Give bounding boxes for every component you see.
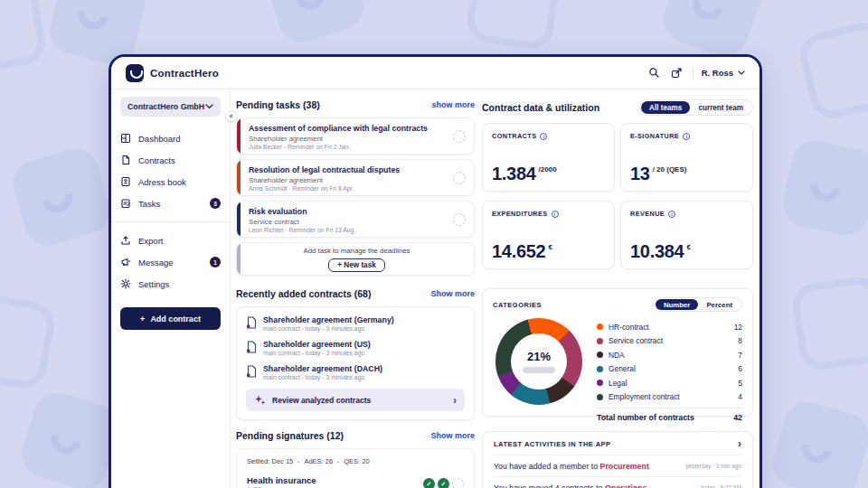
stat-suffix: € [548,243,552,251]
activity-row[interactable]: You have moved 4 contracts to Operations… [494,476,741,488]
top-bar: ContractHero R. Ross [111,57,760,89]
pending-tasks-header: Pending tasks (38) show more [236,99,475,110]
legend-row[interactable]: General 6 [597,362,742,377]
chevron-right-icon[interactable]: › [738,439,741,448]
sidebar-item-label: Settings [138,279,221,289]
recent-contract-title: Shareholder agreement (US) [263,340,371,349]
latest-activities-title: LATEST ACTIVITIES IN THE APP [494,440,611,448]
tasks-icon [120,198,131,209]
share-icon[interactable] [670,66,684,80]
recent-contract-item[interactable]: Shareholder agreement (DACH) main contra… [246,364,465,380]
pending-signatures-show-more-link[interactable]: Show more [430,431,475,440]
categories-legend: HR-contract 12 Service contract 8 NDA 7 [582,318,742,422]
legend-dot [597,366,603,372]
toggle-all-teams[interactable]: All teams [641,101,690,114]
legend-dot [597,352,603,358]
recent-contract-item[interactable]: Shareholder agreement (Germany) main con… [246,315,465,332]
sidebar-collapse-button[interactable]: « [225,110,237,122]
legend-row[interactable]: Service contract 8 [597,334,742,349]
megaphone-icon [120,257,131,267]
task-card[interactable]: Resolution of legal contractual disputes… [236,159,475,196]
activity-text: You have added a member to Procurement [494,462,679,471]
recent-contract-item[interactable]: Shareholder agreement (US) main contract… [246,340,465,356]
recent-contracts-card: Shareholder agreement (Germany) main con… [236,306,475,420]
signature-done-icon: ✓ [438,478,449,488]
categories-card: CATEGORIES Number Percent 21% [482,288,753,417]
esignature-stat-card: E-SIGNATURE i 13 / 20 (QES) [620,123,753,192]
contract-doc-icon [246,341,257,353]
pending-tasks-show-more-link[interactable]: show more [431,100,475,109]
signature-done-icon: ✓ [423,478,435,488]
task-title: Risk evaluation [249,207,465,217]
chevron-down-icon [738,70,745,75]
pattern-shape [465,0,562,52]
add-task-prompt: Add task to manage the deadlines [249,247,465,255]
signatures-ades: AdES: 26 [304,457,333,465]
legend-value: 4 [738,392,742,401]
legend-value: 6 [738,364,742,373]
legend-label: Legal [609,379,738,388]
sidebar-item-settings[interactable]: Settings [120,273,221,295]
task-card[interactable]: Assessment of compliance with legal cont… [236,117,475,155]
toggle-number[interactable]: Number [656,299,698,310]
legend-row[interactable]: Legal 5 [597,376,742,390]
legend-label: HR-contract [609,323,734,332]
task-checkbox[interactable] [453,130,466,143]
legend-value: 7 [738,351,742,360]
legend-row[interactable]: NDA 7 [597,348,742,362]
task-checkbox[interactable] [453,213,466,226]
recent-contracts-title: Recently added contracts (68) [236,288,371,299]
contract-doc-icon [246,365,257,378]
user-menu[interactable]: R. Ross [702,68,745,78]
sidebar: ContractHero GmbH Dashboard Contracts Ad… [111,89,231,488]
search-icon[interactable] [647,66,662,80]
pattern-shape [260,0,370,48]
recent-contract-title: Shareholder agreement (Germany) [263,315,394,324]
info-icon[interactable]: i [668,211,675,218]
activity-pre: You have moved 4 contracts to [494,483,605,488]
recent-contract-meta: main contract - today - 3 minutes ago [263,374,382,380]
add-contract-button[interactable]: + Add contract [120,307,221,330]
pattern-shape [768,397,868,488]
task-priority-bar [237,118,241,154]
activity-link[interactable]: Procurement [600,462,649,471]
tasks-badge: 3 [210,198,221,209]
review-analyzed-contracts-row[interactable]: Review analyzed contracts › [246,389,465,411]
activity-timestamp: today · 9:27 AM [693,484,741,488]
new-task-button[interactable]: + New task [328,258,385,272]
legend-row[interactable]: HR-contract 12 [597,320,742,334]
company-selector[interactable]: ContractHero GmbH [120,97,221,117]
sidebar-item-tasks[interactable]: Tasks 3 [120,192,221,214]
stat-label: EXPENDITURES [492,210,548,218]
legend-label: General [609,364,738,373]
teams-toggle: All teams current team [639,99,753,116]
categories-donut[interactable]: 21% [495,318,582,405]
sidebar-item-export[interactable]: Export [120,230,221,251]
activity-link[interactable]: Operations [605,483,646,488]
signature-item[interactable]: Health insurance AdES ✓✓ [247,475,464,488]
task-card[interactable]: Risk evaluation Service contract Leon Ri… [236,201,475,238]
stat-value: 1.384 [492,164,536,183]
stats-grid: CONTRACTS i 1.384 /2000 E-SIGNATURE i 13 [482,123,753,269]
donut-center-percent: 21% [527,350,551,363]
info-icon[interactable]: i [683,133,690,140]
sidebar-item-dashboard[interactable]: Dashboard [120,127,221,149]
recent-contracts-show-more-link[interactable]: Show more [430,289,475,298]
info-icon[interactable]: i [540,133,547,140]
pending-signatures-header: Pending signatures (12) Show more [236,430,475,441]
sidebar-item-contracts[interactable]: Contracts [120,149,221,171]
task-title: Assessment of compliance with legal cont… [249,124,465,134]
stat-label: E-SIGNATURE [630,132,679,140]
signatures-qes: QES: 20 [344,457,369,465]
task-checkbox[interactable] [453,172,466,184]
pattern-shape [778,136,868,239]
activity-row[interactable]: You have added a member to Procurement y… [494,455,741,476]
toggle-current-team[interactable]: current team [690,101,751,114]
sidebar-item-message[interactable]: Message 1 [120,251,221,273]
sidebar-item-adress-book[interactable]: Adress book [120,171,221,192]
info-icon[interactable]: i [552,211,559,218]
expenditures-stat-card: EXPENDITURES i 14.652 € [482,201,615,269]
toggle-percent[interactable]: Percent [698,299,741,310]
legend-row[interactable]: Employment contract 4 [597,390,742,405]
categories-toggle: Number Percent [654,297,742,312]
